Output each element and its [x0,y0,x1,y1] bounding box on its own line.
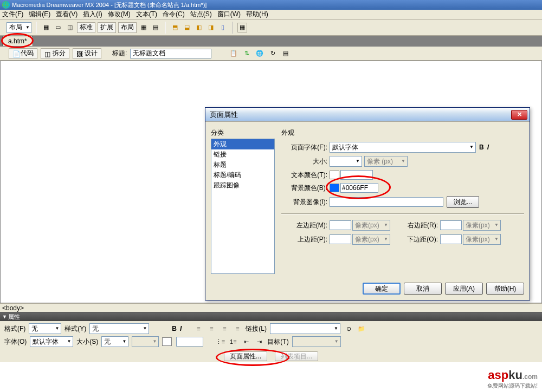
body-tag[interactable]: <body> [2,304,24,312]
bg-image-input[interactable] [330,197,443,207]
split-view-button[interactable]: ◫拆分 [41,48,69,59]
browse-folder-icon[interactable]: 📁 [357,324,366,334]
layer-icon[interactable]: ◫ [65,23,75,32]
document-tab-area: a.htm* [0,36,542,47]
title-label: 标题: [112,49,127,58]
ul-icon[interactable]: ⋮≡ [215,337,225,347]
tabular-data-icon[interactable]: ▦ [237,23,247,32]
page-font-combo[interactable]: 默认字体 [330,142,476,153]
layout-category-select[interactable]: 布局 [7,22,31,33]
indent-icon[interactable]: ⇥ [254,337,264,347]
layout-mode-button[interactable]: 布局 [118,22,137,33]
file-mgmt-icon[interactable]: ⇅ [242,49,251,58]
document-title-input[interactable] [130,49,211,58]
category-headings[interactable]: 标题 [211,160,274,170]
target-label: 目标(T) [267,337,288,347]
target-combo[interactable] [292,336,341,347]
view-options-icon[interactable]: ▤ [281,49,291,58]
dialog-titlebar[interactable]: 页面属性 ✕ [205,108,530,122]
expanded-mode-button[interactable]: 扩展 [98,22,116,33]
menu-file[interactable]: 文件(F) [2,10,23,19]
preview-browser-icon[interactable]: 🌐 [255,49,264,58]
menu-window[interactable]: 窗口(W) [217,10,241,19]
category-tracing[interactable]: 跟踪图像 [211,180,274,191]
document-tab[interactable]: a.htm* [2,36,33,46]
refresh-icon[interactable]: ↻ [268,49,278,58]
bg-image-label: 背景图像(I): [281,198,327,207]
size-combo[interactable] [330,156,362,167]
right-margin-unit: 像素(px) [463,220,501,231]
code-view-button[interactable]: 📄代码 [9,48,37,59]
table-icon[interactable]: ▦ [41,23,51,32]
category-links[interactable]: 链接 [211,149,274,160]
app-logo-icon: 🌐 [2,1,10,9]
col-right-icon[interactable]: ◨ [206,23,216,32]
row-below-icon[interactable]: ⬓ [182,23,192,32]
left-margin-label: 左边距(M): [281,221,327,230]
align-right-icon[interactable]: ≡ [220,324,229,334]
menu-edit[interactable]: 编辑(E) [29,10,50,19]
text-color-label: 文本颜色(T): [281,171,327,180]
bold-icon[interactable]: B [172,325,177,332]
menu-text[interactable]: 文本(T) [136,10,157,19]
properties-panel: 属性 格式(F) 无 样式(Y) 无 B I ≡ ≡ ≡ ≡ 链接(L) ⊙ 📁… [0,312,542,362]
left-margin-unit: 像素(px) [352,220,390,231]
font-combo2[interactable]: 默认字体 [30,336,73,347]
menu-help[interactable]: 帮助(H) [246,10,268,19]
category-appearance[interactable]: 外观 [211,139,274,149]
col-left-icon[interactable]: ◧ [194,23,204,32]
cancel-button[interactable]: 取消 [404,283,442,295]
italic-button[interactable]: I [487,143,489,151]
browse-button[interactable]: 浏览... [447,196,479,208]
apply-button[interactable]: 应用(A) [445,283,483,295]
italic-icon[interactable]: I [180,325,182,332]
menu-modify[interactable]: 修改(M) [108,10,131,19]
category-list[interactable]: 外观 链接 标题 标题/编码 跟踪图像 [211,139,275,274]
layout-table-icon[interactable]: ▤ [151,23,160,32]
right-margin-input[interactable] [440,220,462,230]
dialog-close-button[interactable]: ✕ [511,110,527,120]
align-left-icon[interactable]: ≡ [193,324,203,334]
top-margin-input[interactable] [330,234,351,244]
ol-icon[interactable]: 1≡ [228,337,238,347]
text-color-chip[interactable] [162,337,172,346]
ok-button[interactable]: 确定 [363,283,401,295]
menu-site[interactable]: 站点(S) [190,10,212,19]
text-color-input[interactable] [340,170,373,180]
align-justify-icon[interactable]: ≡ [233,324,242,334]
size-combo2[interactable]: 无 [101,336,128,347]
bottom-margin-unit: 像素(px) [463,234,501,245]
outdent-icon[interactable]: ⇤ [241,337,251,347]
design-view-button[interactable]: 🖼设计 [73,48,101,59]
properties-header[interactable]: 属性 [0,312,542,321]
text-color-picker[interactable] [330,171,339,179]
menu-commands[interactable]: 命令(C) [163,10,185,19]
point-to-file-icon[interactable]: ⊙ [344,324,353,334]
help-button[interactable]: 帮助(H) [486,283,524,295]
div-icon[interactable]: ▭ [53,23,63,32]
link-combo[interactable] [270,323,340,334]
text-color-field[interactable] [176,337,203,347]
align-center-icon[interactable]: ≡ [207,324,216,334]
tag-selector-bar[interactable]: <body> [0,303,542,312]
no-browser-check-icon[interactable]: 📋 [229,49,238,58]
size-label: 大小: [281,157,327,166]
row-above-icon[interactable]: ⬒ [170,23,180,32]
bg-color-input[interactable] [340,183,378,193]
frame-icon[interactable]: ▯ [218,23,228,32]
bold-button[interactable]: B [479,143,484,151]
style-combo[interactable]: 无 [89,323,149,334]
page-properties-button[interactable]: 页面属性... [224,351,267,361]
top-margin-unit: 像素(px) [352,234,390,245]
left-margin-input[interactable] [330,220,351,230]
bg-color-picker[interactable] [330,184,339,192]
bottom-margin-input[interactable] [440,234,462,244]
menu-view[interactable]: 查看(V) [56,10,78,19]
list-item-button: 列表项目... [275,351,318,361]
layout-cell-icon[interactable]: ▦ [139,23,149,32]
format-combo[interactable]: 无 [29,323,61,334]
standard-mode-button[interactable]: 标准 [77,22,95,33]
bottom-margin-label: 下边距(O): [400,235,438,244]
menu-insert[interactable]: 插入(I) [83,10,102,19]
category-encoding[interactable]: 标题/编码 [211,170,274,180]
